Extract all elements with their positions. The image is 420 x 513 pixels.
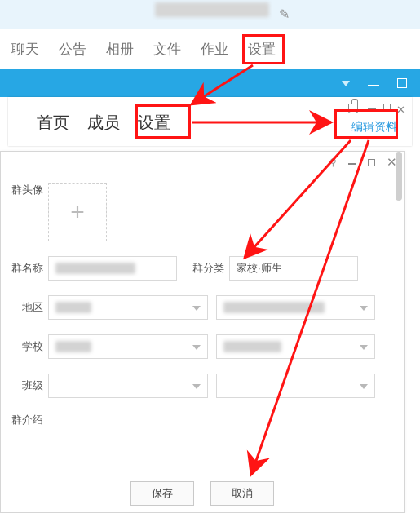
- tab-announce[interactable]: 公告: [57, 37, 88, 62]
- tab-files[interactable]: 文件: [152, 37, 183, 62]
- edit-icon[interactable]: ✎: [279, 7, 290, 22]
- basket-icon[interactable]: [348, 104, 358, 113]
- tab-home[interactable]: 首页: [37, 112, 69, 134]
- form-pin-icon[interactable]: ⚲: [329, 157, 337, 168]
- chat-title-blurred: [155, 2, 269, 17]
- cancel-button[interactable]: 取消: [210, 481, 274, 506]
- edit-form-window: ⚲ ✕ 群头像 + 群名称 群分类 家校·师生 地区 学校: [0, 151, 405, 513]
- tab-settings-inner[interactable]: 设置: [138, 112, 170, 134]
- group-name-label: 群名称: [1, 261, 48, 276]
- tab-album[interactable]: 相册: [104, 37, 135, 62]
- dropdown-icon[interactable]: [342, 81, 350, 86]
- group-name-input[interactable]: [48, 256, 177, 281]
- form-footer: 保存 取消: [1, 481, 404, 506]
- form-body: 群头像 + 群名称 群分类 家校·师生 地区 学校 班级: [1, 176, 404, 512]
- class-select-2[interactable]: [216, 374, 376, 398]
- inner-header-panel: 首页 成员 设置 ✕ 编辑资料: [8, 97, 412, 146]
- chat-header-bar: ✎: [0, 0, 420, 29]
- region-select-1[interactable]: [48, 295, 208, 320]
- avatar-label: 群头像: [1, 183, 48, 197]
- primary-tab-row: 聊天 公告 相册 文件 作业 设置: [0, 29, 420, 69]
- save-button[interactable]: 保存: [130, 481, 194, 506]
- intro-label: 群介绍: [1, 413, 48, 427]
- panel-minimize-icon[interactable]: [368, 108, 376, 109]
- tab-settings[interactable]: 设置: [246, 37, 277, 62]
- minimize-icon[interactable]: [368, 85, 379, 86]
- group-category-input[interactable]: 家校·师生: [229, 256, 358, 281]
- school-label: 学校: [1, 339, 48, 354]
- maximize-icon[interactable]: [397, 78, 407, 88]
- secondary-tab-row: 首页 成员 设置: [37, 112, 170, 134]
- school-select-1[interactable]: [48, 334, 208, 359]
- edit-profile-link[interactable]: 编辑资料: [351, 120, 397, 135]
- region-label: 地区: [1, 300, 48, 315]
- form-window-controls: ⚲ ✕: [329, 157, 397, 168]
- panel-close-icon[interactable]: ✕: [396, 104, 405, 116]
- tab-members[interactable]: 成员: [87, 112, 120, 134]
- window-titlebar-blue: [0, 69, 420, 97]
- class-label: 班级: [1, 378, 48, 393]
- school-select-2[interactable]: [216, 334, 376, 359]
- region-select-2[interactable]: [216, 295, 376, 320]
- form-maximize-icon[interactable]: [368, 159, 375, 166]
- tab-homework[interactable]: 作业: [199, 37, 230, 62]
- tab-chat[interactable]: 聊天: [10, 37, 41, 62]
- class-select-1[interactable]: [48, 374, 208, 398]
- group-category-label: 群分类: [187, 261, 229, 276]
- form-minimize-icon[interactable]: [348, 163, 356, 165]
- avatar-upload-button[interactable]: +: [48, 183, 107, 241]
- panel-maximize-icon[interactable]: [383, 104, 391, 111]
